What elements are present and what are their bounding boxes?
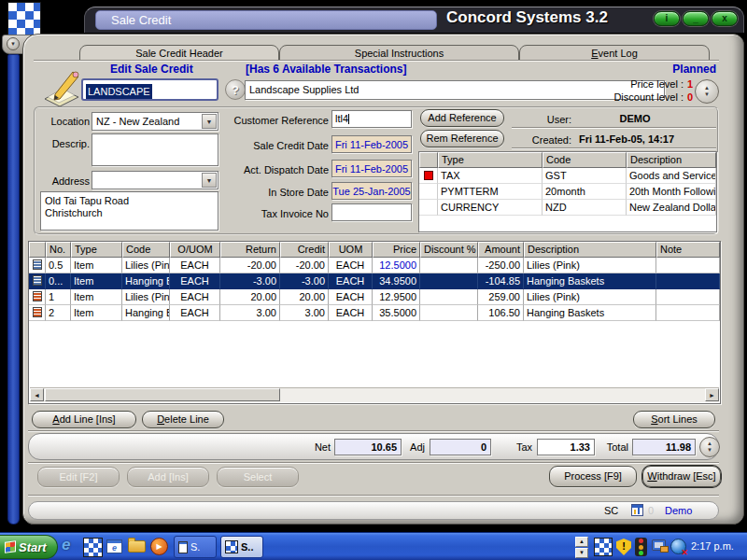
line-item-icon [33, 275, 42, 286]
report-icon[interactable] [631, 504, 643, 516]
tray-scroll-up-button[interactable]: ▲ [575, 537, 588, 547]
line-row[interactable]: 0.5 Item Lilies (Pink) EACH -20.00 -20.0… [29, 258, 720, 273]
col-no[interactable]: No. [46, 242, 71, 258]
spinner-up-icon[interactable]: ▲ [704, 85, 710, 91]
created-label: Created: [509, 134, 571, 147]
col-return[interactable]: Return [220, 242, 280, 258]
tab-sale-credit-header[interactable]: Sale Credit Header [79, 45, 279, 61]
col-price[interactable]: Price [373, 242, 420, 258]
taskbar-task-concord-active[interactable]: S.. [220, 536, 263, 558]
col-ouom[interactable]: O/UOM [170, 242, 220, 258]
tax-field[interactable]: 1.33 [537, 439, 595, 455]
media-player-icon[interactable]: ▶ [150, 538, 168, 555]
lines-grid-header: No. Type Code O/UOM Return Credit UOM Pr… [29, 242, 720, 258]
taskbar-task-document[interactable]: S. [174, 536, 217, 558]
lookup-help-button[interactable]: ? [225, 79, 246, 100]
col-discount[interactable]: Discount % [420, 242, 478, 258]
start-button[interactable]: Start [0, 535, 58, 559]
text-caret [348, 114, 349, 124]
mode-title: Edit Sale Credit [110, 63, 193, 76]
tab-special-instructions[interactable]: Special Instructions [279, 45, 519, 61]
in-store-date-label: In Store Date [207, 187, 329, 199]
divider [28, 462, 719, 464]
tax-invoice-label: Tax Invoice No [207, 208, 329, 220]
rem-reference-button[interactable]: Rem Reference [420, 130, 504, 147]
spinner-down-icon[interactable]: ▼ [707, 447, 712, 454]
reference-table-header: Type Code Description [419, 152, 716, 168]
availability-note: [Has 6 Available Transactions] [246, 63, 407, 76]
col-code[interactable]: Code [122, 242, 170, 258]
net-field: 10.65 [334, 439, 402, 455]
location-select[interactable]: NZ - New Zealand ▼ [92, 112, 218, 131]
tray-scroll-down-button[interactable]: ▼ [575, 548, 588, 558]
scroll-right-button[interactable]: ► [705, 388, 719, 401]
computer-card-icon[interactable] [652, 539, 666, 551]
tab-event-log[interactable]: Event Log [519, 45, 710, 61]
concord-quicklaunch-icon[interactable] [83, 538, 103, 557]
reference-row[interactable]: PYMTTERM 20month 20th Month Following [419, 184, 716, 200]
line-item-icon [33, 291, 42, 301]
total-label: Total [600, 441, 628, 454]
col-amount[interactable]: Amount [478, 242, 524, 258]
concord-tray-icon[interactable] [594, 538, 613, 556]
col-uom[interactable]: UOM [329, 242, 373, 258]
col-credit[interactable]: Credit [280, 242, 329, 258]
tabs-divider [34, 60, 719, 62]
scroll-left-button[interactable]: ◄ [30, 388, 44, 401]
description-input[interactable] [92, 133, 218, 166]
in-store-date-field[interactable]: Tue 25-Jan-2005 [331, 182, 412, 200]
col-description[interactable]: Description [627, 152, 716, 168]
info-button[interactable]: i [654, 11, 680, 26]
col-type[interactable]: Type [438, 152, 543, 168]
delete-line-button[interactable]: Delete Line [142, 411, 224, 428]
ie-window-icon[interactable]: e [106, 539, 122, 553]
withdraw-button[interactable]: Withdraw [Esc] [642, 466, 721, 487]
tax-invoice-input[interactable] [331, 203, 412, 221]
dropdown-arrow-icon[interactable]: ▼ [202, 114, 217, 129]
close-button[interactable]: x [712, 11, 738, 26]
address-select[interactable]: ▼ [92, 171, 218, 189]
reference-row[interactable]: CURRENCY NZD New Zealand Dollar [419, 200, 716, 216]
edit-button[interactable]: Edit [F2] [37, 467, 120, 487]
add-button[interactable]: Add [Ins] [127, 467, 209, 487]
h-scrollbar[interactable]: ◄ ► [30, 387, 719, 402]
sale-credit-date-field[interactable]: Fri 11-Feb-2005 [331, 135, 412, 153]
spinner-up-icon[interactable]: ▲ [707, 441, 712, 447]
level-spinner[interactable]: ▲ ▼ [695, 79, 719, 104]
descrip-label: Descrip. [41, 138, 90, 150]
network-disconnected-icon[interactable]: ✕ [670, 539, 686, 554]
col-type[interactable]: Type [71, 242, 122, 258]
security-shield-icon[interactable]: ! [616, 539, 631, 555]
panel-collapse-button[interactable]: ▼ [7, 37, 20, 50]
adj-field[interactable]: 0 [430, 439, 491, 455]
process-button[interactable]: Process [F9] [549, 466, 637, 487]
statusbar-user: Demo [665, 505, 692, 517]
line-row[interactable]: 2 Item Hanging B... EACH 3.00 3.00 EACH … [29, 305, 720, 321]
minimize-button[interactable]: _ [683, 11, 709, 26]
traffic-light-icon[interactable] [635, 538, 647, 556]
line-row[interactable]: 1 Item Lilies (Pink) EACH 20.00 20.00 EA… [29, 289, 720, 305]
sale-credit-code-input[interactable]: LANDSCAPE [81, 78, 218, 101]
folder-icon[interactable] [128, 540, 146, 553]
edit-note-icon [41, 71, 82, 108]
address-label: Address [41, 175, 90, 188]
spinner-down-icon[interactable]: ▼ [704, 91, 710, 98]
add-reference-button[interactable]: Add Reference [420, 109, 504, 127]
add-line-button[interactable]: Add Line [Ins] [32, 411, 136, 428]
customer-reference-input[interactable]: ltl4 [331, 110, 412, 128]
discount-level-label: Discount level : [551, 91, 684, 104]
internet-explorer-icon[interactable]: e [62, 536, 70, 554]
sort-lines-button[interactable]: Sort Lines [633, 411, 715, 428]
select-button[interactable]: Select [217, 467, 299, 487]
col-note[interactable]: Note [656, 242, 720, 258]
act-dispatch-date-field[interactable]: Fri 11-Feb-2005 [331, 160, 412, 177]
line-row-selected[interactable]: 0... Item Hanging B... EACH -3.00 -3.00 … [29, 273, 720, 289]
col-description[interactable]: Description [524, 242, 656, 258]
scroll-thumb[interactable] [45, 388, 280, 401]
reference-row[interactable]: TAX GST Goods and Services Tax [419, 168, 716, 184]
col-code[interactable]: Code [543, 152, 627, 168]
price-level-label: Price level : [551, 78, 684, 91]
totals-spinner[interactable]: ▲ ▼ [699, 437, 720, 457]
address-text[interactable]: Old Tai Tapu Road Christchurch [40, 191, 218, 231]
sale-credit-date-label: Sale Credit Date [207, 140, 329, 152]
